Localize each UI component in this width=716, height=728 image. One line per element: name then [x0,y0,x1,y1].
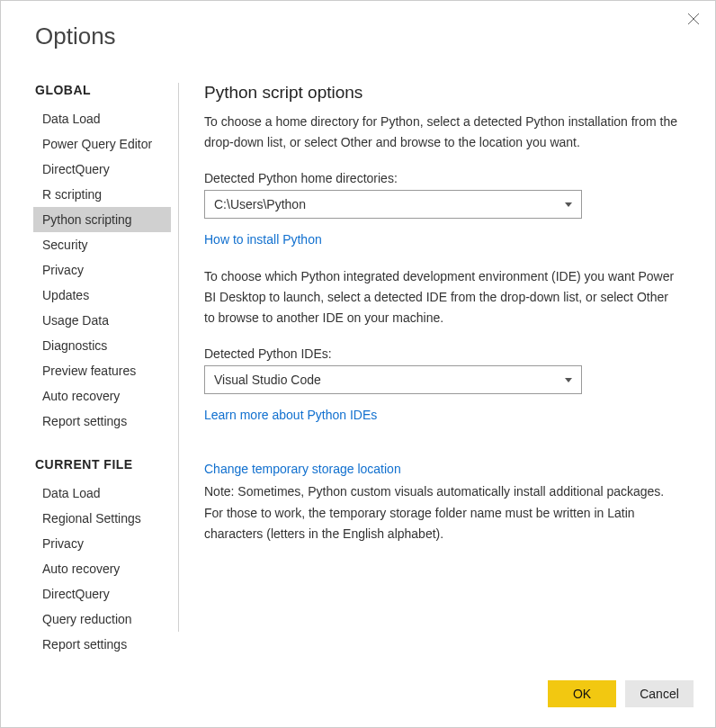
sidebar-item-cf-regional-settings[interactable]: Regional Settings [33,506,171,531]
home-dir-label: Detected Python home directories: [204,171,681,185]
dialog-title: Options [1,1,715,50]
ide-intro-text: To choose which Python integrated develo… [204,266,681,328]
sidebar-item-preview-features[interactable]: Preview features [33,358,171,383]
ide-value: Visual Studio Code [214,373,321,387]
home-dir-value: C:\Users\Python [214,197,306,211]
ok-button[interactable]: OK [548,680,616,707]
home-dir-select[interactable]: C:\Users\Python [204,190,582,219]
sidebar-item-cf-data-load[interactable]: Data Load [33,481,171,506]
pane-title: Python script options [204,83,681,103]
sidebar-item-cf-privacy[interactable]: Privacy [33,531,171,556]
sidebar-item-usage-data[interactable]: Usage Data [33,308,171,333]
close-icon [687,13,700,25]
storage-note: Note: Sometimes, Python custom visuals a… [204,481,681,544]
sidebar-item-python-scripting[interactable]: Python scripting [33,207,171,232]
sidebar-item-auto-recovery[interactable]: Auto recovery [33,383,171,409]
sidebar: GLOBAL Data Load Power Query Editor Dire… [35,83,179,632]
chevron-down-icon [565,378,572,382]
sidebar-item-power-query-editor[interactable]: Power Query Editor [33,131,171,157]
sidebar-item-cf-auto-recovery[interactable]: Auto recovery [33,556,171,581]
sidebar-item-directquery[interactable]: DirectQuery [33,157,171,182]
intro-text: To choose a home directory for Python, s… [204,112,681,153]
sidebar-item-cf-query-reduction[interactable]: Query reduction [33,607,171,632]
sidebar-item-security[interactable]: Security [33,232,171,257]
sidebar-item-updates[interactable]: Updates [33,283,171,308]
sidebar-item-privacy[interactable]: Privacy [33,257,171,283]
sidebar-item-diagnostics[interactable]: Diagnostics [33,333,171,358]
sidebar-item-cf-directquery[interactable]: DirectQuery [33,581,171,607]
sidebar-item-cf-report-settings[interactable]: Report settings [33,632,171,657]
learn-ides-link[interactable]: Learn more about Python IDEs [204,408,377,422]
ide-select[interactable]: Visual Studio Code [204,365,582,394]
cancel-button[interactable]: Cancel [625,680,694,707]
sidebar-header-global: GLOBAL [35,83,171,97]
change-storage-link[interactable]: Change temporary storage location [204,462,681,476]
close-button[interactable] [685,10,703,28]
dialog-buttons: OK Cancel [548,680,694,707]
sidebar-item-r-scripting[interactable]: R scripting [33,182,171,207]
sidebar-header-current-file: CURRENT FILE [35,457,171,472]
sidebar-item-data-load[interactable]: Data Load [33,106,171,131]
install-python-link[interactable]: How to install Python [204,232,322,247]
chevron-down-icon [565,202,572,207]
ide-label: Detected Python IDEs: [204,346,681,361]
sidebar-item-report-settings[interactable]: Report settings [33,409,171,434]
main-pane: Python script options To choose a home d… [179,83,681,632]
